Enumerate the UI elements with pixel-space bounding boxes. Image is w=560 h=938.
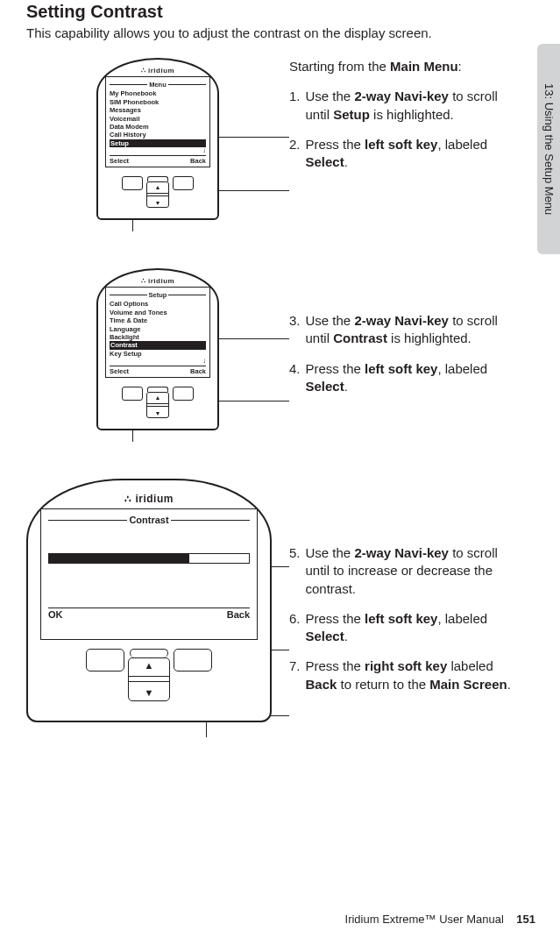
contrast-slider [48,553,250,564]
navi-key: ▲ ▼ [146,392,169,418]
menu-item-highlighted: Setup [110,139,206,147]
menu-item: Time & Date [110,316,206,324]
navi-key: ▲ ▼ [146,181,169,208]
nav-cap [130,649,168,657]
down-arrow-icon: ▼ [145,688,154,698]
left-softkey-button [122,176,143,190]
softkey-left-label: Select [110,367,129,375]
phone-screen: Contrast OK Back [40,508,258,640]
scroll-down-icon: ↓ [110,147,206,154]
menu-item: Call History [110,131,206,139]
menu-item: Call Options [110,300,206,308]
footer-page-number: 151 [516,913,535,926]
softkey-right-label: Back [227,609,250,622]
step-7: 7. Press the right soft key labeled Back… [289,657,525,693]
down-arrow-icon: ▼ [155,200,161,206]
section-main-menu: iridium Menu My Phonebook SIM Phonebook … [26,58,525,242]
up-arrow-icon: ▲ [155,394,161,401]
menu-item: Key Setup [110,350,206,358]
menu-item-highlighted: Contrast [110,341,206,349]
footer-product: Iridium Extreme™ User Manual [345,913,504,926]
up-arrow-icon: ▲ [145,661,154,671]
down-arrow-icon: ▼ [155,410,161,416]
right-softkey-button [173,387,194,401]
softkey-left-label: OK [48,609,63,622]
brand-logo: iridium [40,493,258,505]
softkey-left-label: Select [110,157,129,165]
screen-title: Contrast [129,515,168,527]
step-6: 6. Press the left soft key, labeled Sele… [289,610,525,646]
phone-illustration: iridium Setup Call Options Volume and To… [96,268,219,430]
screen-title: Setup [149,291,167,299]
menu-item: My Phonebook [110,89,206,97]
menu-item: Data Modem [110,123,206,131]
phone-illustration-large: iridium Contrast OK Back [26,479,272,722]
menu-item: Messages [110,106,206,114]
screen-title: Menu [149,81,167,89]
instructions: 3. Use the 2-way Navi-key to scroll unti… [289,312,525,408]
instructions: Starting from the Main Menu: 1. Use the … [289,58,525,183]
instructions: 5. Use the 2-way Navi-key to scroll unti… [289,544,525,706]
step-4: 4. Press the left soft key, labeled Sele… [289,360,525,396]
softkey-right-label: Back [190,367,206,375]
scroll-down-icon: ↓ [110,358,206,365]
softkey-right-label: Back [190,157,206,165]
phone-screen: Setup Call Options Volume and Tones Time… [105,287,210,378]
menu-item: Backlight [110,333,206,341]
brand-logo: iridium [105,277,210,285]
step-3: 3. Use the 2-way Navi-key to scroll unti… [289,312,525,348]
step-1: 1. Use the 2-way Navi-key to scroll unti… [289,88,525,124]
menu-item: SIM Phonebook [110,98,206,106]
step-5: 5. Use the 2-way Navi-key to scroll unti… [289,544,525,598]
navi-key: ▲ ▼ [128,657,170,701]
left-softkey-button [122,387,143,401]
page-footer: Iridium Extreme™ User Manual 151 [345,913,535,926]
page-intro: This capability allows you to adjust the… [26,25,525,40]
menu-item: Voicemail [110,115,206,123]
left-softkey-button [86,649,124,672]
section-setup-menu: iridium Setup Call Options Volume and To… [26,268,525,452]
contrast-fill [49,554,189,563]
right-softkey-button [174,649,212,672]
menu-item: Volume and Tones [110,309,206,316]
menu-item: Language [110,325,206,333]
phone-illustration: iridium Menu My Phonebook SIM Phonebook … [96,58,219,220]
phone-screen: Menu My Phonebook SIM Phonebook Messages… [105,76,210,167]
brand-logo: iridium [105,67,210,75]
side-tab-label: 13: Using the Setup Menu [542,83,556,215]
section-contrast: iridium Contrast OK Back [26,479,525,777]
side-tab: 13: Using the Setup Menu [537,44,560,254]
step-2: 2. Press the left soft key, labeled Sele… [289,136,525,172]
right-softkey-button [173,176,194,190]
up-arrow-icon: ▲ [155,184,161,190]
page-title: Setting Contrast [26,2,525,22]
lead-text: Starting from the Main Menu: [289,58,525,75]
